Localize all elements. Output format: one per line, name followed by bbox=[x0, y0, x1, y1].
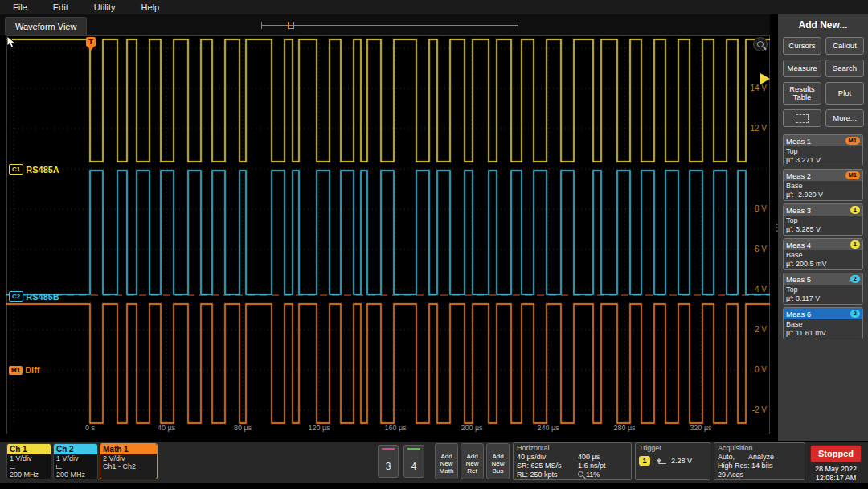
horizontal-scale: 40 µs/div bbox=[517, 453, 578, 462]
add-button-line: Bus bbox=[487, 467, 509, 475]
channel-name: RS485B bbox=[26, 292, 59, 302]
y-axis-label: 0 V bbox=[755, 365, 767, 374]
acquisition-detail: High Res: 14 bits bbox=[718, 462, 773, 471]
panel-splitter[interactable]: ⋮ bbox=[770, 35, 778, 441]
channel-badge-icon: C2 bbox=[9, 291, 23, 302]
add-button-line: New bbox=[461, 460, 483, 467]
add-button-line: Add bbox=[487, 453, 509, 460]
add-new-button-grid: CursorsCalloutMeasureSearchResults Table… bbox=[778, 31, 868, 132]
overview-trigger-marker-icon[interactable] bbox=[288, 22, 294, 29]
measurement-badge-5[interactable]: Meas 52Topµ': 3.117 V bbox=[783, 273, 863, 305]
add-new-search-button[interactable]: Search bbox=[825, 60, 864, 77]
badge-extra: 200 MHz bbox=[54, 471, 97, 479]
draw-a-box-button[interactable] bbox=[783, 109, 821, 127]
meas-line1: Top bbox=[786, 147, 860, 156]
acquisition-panel[interactable]: Acquisition Auto, Analyze High Res: 14 b… bbox=[714, 442, 805, 480]
horizontal-title: Horizontal bbox=[517, 444, 628, 453]
measurement-badge-2[interactable]: Meas 2M1Baseµ': -2.920 V bbox=[783, 169, 863, 201]
badge-extra: Ch1 - Ch2 bbox=[100, 462, 157, 471]
add-button-line: New bbox=[436, 460, 457, 467]
meas-source-badge: M1 bbox=[845, 137, 860, 145]
channel-number: 4 bbox=[411, 461, 417, 472]
menu-help[interactable]: Help bbox=[141, 2, 160, 12]
meas-line1: Base bbox=[786, 251, 860, 260]
measurement-badge-4[interactable]: Meas 41Baseµ': 200.5 mV bbox=[783, 238, 863, 270]
add-new-ref-button[interactable]: AddNewRef bbox=[461, 443, 484, 479]
waveform-display[interactable]: 14 V12 V8 V6 V4 V2 V0 V-2 V0 s40 µs80 µs… bbox=[6, 35, 770, 434]
x-axis-label: 240 µs bbox=[537, 424, 559, 432]
add-new-plot-button[interactable]: Plot bbox=[825, 82, 864, 105]
y-axis-label: 4 V bbox=[755, 285, 767, 294]
c2-trace-glow bbox=[6, 171, 770, 294]
channel-label-m1[interactable]: M1Diff bbox=[9, 365, 39, 375]
measurement-badge-6[interactable]: Meas 62Baseµ': 11.61 mV bbox=[783, 307, 863, 339]
acquisition-analyze[interactable]: Analyze bbox=[748, 453, 774, 462]
channel-badge-math1[interactable]: Math 12 V/divCh1 - Ch2 bbox=[100, 443, 158, 479]
c1-trace-glow bbox=[6, 39, 770, 162]
channel-name: Diff bbox=[25, 365, 39, 375]
meas-title: Meas 4 bbox=[786, 240, 811, 249]
add-new-math-button[interactable]: AddNewMath bbox=[435, 443, 458, 479]
channel-name: RS485A bbox=[26, 165, 59, 175]
channel-label-c1[interactable]: C1RS485A bbox=[9, 164, 59, 175]
meas-line1: Base bbox=[786, 182, 860, 191]
bottom-bar: Horizontal 40 µs/div 400 µs SR: 625 MS/s… bbox=[0, 441, 868, 483]
trigger-source-badge: 1 bbox=[639, 456, 650, 466]
trigger-title: Trigger bbox=[639, 444, 706, 453]
meas-title: Meas 1 bbox=[786, 137, 811, 146]
add-new-callout-button[interactable]: Callout bbox=[825, 37, 864, 55]
x-axis-label: 160 µs bbox=[384, 424, 407, 432]
trigger-panel[interactable]: Trigger 1 2.28 V bbox=[635, 442, 710, 480]
trigger-level-arrow-icon[interactable] bbox=[760, 73, 770, 84]
meas-title: Meas 2 bbox=[786, 171, 811, 180]
channel-color-stripe bbox=[382, 448, 395, 450]
menu-utility[interactable]: Utility bbox=[94, 2, 116, 12]
channel-badge-ch2[interactable]: Ch 21 V/div200 MHz bbox=[53, 443, 98, 479]
channel-label-c2[interactable]: C2RS485B bbox=[9, 291, 59, 302]
trigger-position-marker[interactable]: T bbox=[86, 37, 96, 51]
add-new-measure-button[interactable]: Measure bbox=[783, 60, 821, 77]
add-new-cursors-button[interactable]: Cursors bbox=[783, 37, 821, 55]
meas-line2: µ': -2.920 V bbox=[786, 191, 860, 199]
probe-icon bbox=[10, 465, 15, 469]
acquisition-overview[interactable] bbox=[261, 21, 518, 31]
probe-icon bbox=[56, 465, 62, 469]
add-new-bus-button[interactable]: AddNewBus bbox=[486, 443, 510, 479]
x-axis-label: 80 µs bbox=[234, 424, 252, 432]
menu-edit[interactable]: Edit bbox=[53, 2, 68, 12]
add-channel-4-button[interactable]: 4 bbox=[403, 445, 424, 478]
add-channel-3-button[interactable]: 3 bbox=[378, 445, 399, 478]
badge-coupling-row bbox=[54, 462, 97, 471]
add-new-title: Add New... bbox=[778, 14, 868, 31]
meas-title: Meas 3 bbox=[786, 206, 811, 215]
tab-waveform-view[interactable]: Waveform View bbox=[5, 17, 87, 35]
meas-line1: Top bbox=[786, 286, 860, 294]
tab-strip: Waveform View bbox=[0, 14, 770, 35]
overview-left-cap bbox=[261, 22, 262, 29]
mouse-cursor-icon bbox=[6, 35, 18, 50]
measurement-list: Meas 1M1Topµ': 3.271 VMeas 2M1Baseµ': -2… bbox=[778, 134, 868, 339]
add-new-more-button[interactable]: More... bbox=[825, 109, 864, 127]
channel-badge-ch1[interactable]: Ch 11 V/div200 MHz bbox=[6, 443, 51, 479]
x-axis-label: 200 µs bbox=[461, 424, 483, 432]
run-stop-button[interactable]: Stopped bbox=[810, 445, 862, 462]
add-new-panel: Add New... CursorsCalloutMeasureSearchRe… bbox=[778, 14, 868, 441]
meas-line2: µ': 3.271 V bbox=[786, 156, 860, 165]
date-label: 28 May 2022 bbox=[805, 465, 866, 474]
horizontal-zoom-value: 11% bbox=[586, 471, 600, 479]
trigger-level: 2.28 V bbox=[671, 457, 692, 465]
m1-trace-glow bbox=[6, 304, 770, 423]
overview-line bbox=[261, 25, 518, 26]
add-new-results-table-button[interactable]: Results Table bbox=[783, 82, 821, 105]
horizontal-panel[interactable]: Horizontal 40 µs/div 400 µs SR: 625 MS/s… bbox=[513, 442, 632, 480]
add-button-line: Add bbox=[436, 453, 457, 460]
y-axis-label: -2 V bbox=[752, 405, 768, 414]
channel-badge-icon: M1 bbox=[9, 366, 23, 375]
measurement-badge-1[interactable]: Meas 1M1Topµ': 3.271 V bbox=[783, 134, 863, 166]
menu-file[interactable]: File bbox=[13, 2, 27, 12]
add-button-line: New bbox=[487, 460, 509, 467]
zoom-tool-icon[interactable] bbox=[753, 37, 768, 51]
falling-edge-icon bbox=[654, 456, 667, 466]
y-axis-label: 14 V bbox=[750, 84, 767, 92]
measurement-badge-3[interactable]: Meas 31Topµ': 3.285 V bbox=[783, 203, 863, 236]
